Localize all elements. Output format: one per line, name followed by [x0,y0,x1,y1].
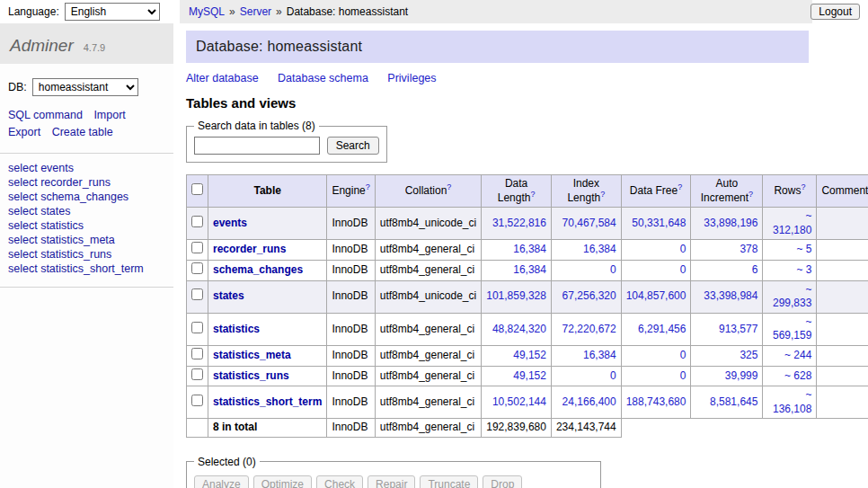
rows-link[interactable]: ~ 136,108 [773,388,811,415]
index-length-link[interactable]: 0 [610,263,616,276]
row-checkbox[interactable] [191,242,203,253]
analyze-button: Analyze [194,475,249,488]
data-free-link[interactable]: 0 [680,349,686,361]
row-checkbox[interactable] [191,348,203,359]
help-link[interactable]: ? [366,182,370,191]
data-free-link[interactable]: 50,331,648 [632,217,686,229]
sidebar-link-select-states[interactable]: select states [8,204,165,218]
search-button[interactable]: Search [327,137,379,155]
table-name-link[interactable]: states [213,289,244,302]
sidebar-link-export[interactable]: Export [8,126,40,138]
auto-increment-link[interactable]: 913,577 [719,323,757,335]
column-header-collation: Collation? [375,175,481,208]
rows-link[interactable]: ~ 299,833 [773,283,811,310]
data-free-link[interactable]: 0 [680,243,686,255]
auto-increment-link[interactable]: 39,999 [725,369,758,382]
table-name-link[interactable]: statistics_short_term [213,395,322,408]
data-free-cell: 0 [621,240,691,261]
help-link[interactable]: ? [530,190,535,199]
help-link[interactable]: ? [678,182,682,191]
help-link[interactable]: ? [447,182,451,191]
auto-increment-link[interactable]: 33,898,196 [704,217,757,229]
data-free-link[interactable]: 0 [680,263,686,276]
sidebar-link-select-statistics-meta[interactable]: select statistics_meta [8,233,165,247]
sidebar-link-import[interactable]: Import [93,109,125,121]
index-length-link[interactable]: 16,384 [583,243,616,255]
row-checkbox[interactable] [191,262,203,274]
table-name-link[interactable]: statistics_meta [213,349,291,361]
index-length-cell: 67,256,320 [551,280,621,313]
row-checkbox[interactable] [191,395,203,406]
collation-cell: utf8mb4_general_ci [375,366,481,386]
index-length-link[interactable]: 16,384 [583,349,616,361]
sidebar-link-sql-command[interactable]: SQL command [8,109,83,121]
index-length-link[interactable]: 0 [610,369,616,382]
sidebar-link-select-events[interactable]: select events [8,161,165,175]
sidebar-link-select-statistics-runs[interactable]: select statistics_runs [8,247,165,262]
language-select[interactable]: English [65,3,160,21]
rows-link[interactable]: ~ 3 [796,263,811,276]
table-name-cell: states [208,280,327,313]
row-checkbox[interactable] [191,368,203,380]
index-length-link[interactable]: 70,467,584 [562,217,616,229]
breadcrumb-link-server[interactable]: Server [240,5,271,18]
rows-link[interactable]: ~ 244 [784,349,811,361]
row-checkbox[interactable] [191,288,203,300]
alter-database-link[interactable]: Alter database [186,72,259,84]
database-schema-link[interactable]: Database schema [278,72,368,84]
rows-link[interactable]: ~ 569,159 [773,315,811,342]
help-link[interactable]: ? [801,182,805,191]
data-length-link[interactable]: 10,502,144 [492,395,546,408]
sidebar-link-select-recorder-runs[interactable]: select recorder_runs [8,175,165,190]
data-length-link[interactable]: 101,859,328 [486,289,546,302]
help-link[interactable]: ? [748,190,753,199]
rows-link[interactable]: ~ 312,180 [773,209,811,236]
table-name-link[interactable]: recorder_runs [213,243,286,255]
data-free-link[interactable]: 104,857,600 [626,289,686,302]
comment-cell [817,260,868,280]
data-length-link[interactable]: 49,152 [513,369,546,382]
total-index-length: 234,143,744 [551,419,621,438]
index-length-link[interactable]: 67,256,320 [562,289,616,302]
sidebar-link-select-schema-changes[interactable]: select schema_changes [8,190,165,204]
sidebar-link-create-table[interactable]: Create table [52,126,113,138]
data-length-link[interactable]: 16,384 [513,263,546,276]
table-name-cell: statistics_runs [208,366,327,386]
help-link[interactable]: ? [600,190,605,199]
index-length-link[interactable]: 72,220,672 [562,323,616,335]
language-area: Language: English [0,0,180,23]
select-all-checkbox[interactable] [191,183,203,195]
logout-button[interactable]: Logout [810,4,860,20]
table-name-link[interactable]: statistics_runs [213,369,289,382]
sidebar-link-select-statistics[interactable]: select statistics [8,218,165,233]
column-header-auto-increment: Auto Increment? [691,175,763,208]
data-length-link[interactable]: 31,522,816 [492,217,546,229]
auto-increment-link[interactable]: 325 [740,349,757,361]
rows-link[interactable]: ~ 5 [796,243,811,255]
row-checkbox[interactable] [191,322,203,333]
row-checkbox[interactable] [191,216,203,227]
sidebar-link-select-statistics-short-term[interactable]: select statistics_short_term [8,262,165,276]
search-input[interactable] [194,137,320,155]
privileges-link[interactable]: Privileges [387,72,436,84]
data-length-link[interactable]: 16,384 [513,243,546,255]
rows-link[interactable]: ~ 628 [784,369,811,382]
table-name-link[interactable]: events [213,217,247,229]
table-name-cell: statistics [208,313,327,345]
auto-increment-cell: 39,999 [691,366,763,386]
data-length-link[interactable]: 49,152 [513,349,546,361]
auto-increment-link[interactable]: 378 [740,243,757,255]
index-length-link[interactable]: 24,166,400 [562,395,616,408]
auto-increment-link[interactable]: 8,581,645 [710,395,757,408]
auto-increment-link[interactable]: 6 [752,263,758,276]
data-free-link[interactable]: 188,743,680 [626,395,686,408]
breadcrumb-link-mysql[interactable]: MySQL [189,5,225,18]
data-free-link[interactable]: 0 [680,369,686,382]
table-name-link[interactable]: statistics [213,323,260,335]
data-length-link[interactable]: 48,824,320 [492,323,546,335]
table-name-link[interactable]: schema_changes [213,263,303,276]
data-free-link[interactable]: 6,291,456 [638,323,686,335]
db-select[interactable]: homeassistant [32,78,138,96]
auto-increment-link[interactable]: 33,398,984 [704,289,757,302]
column-header-rows: Rows? [763,175,817,208]
